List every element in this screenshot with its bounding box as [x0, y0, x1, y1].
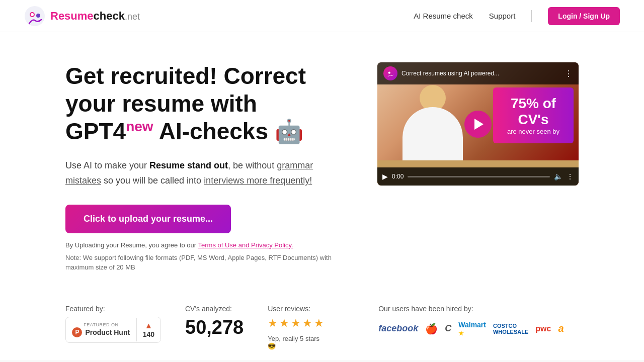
- star-4: ★: [302, 317, 312, 330]
- svg-point-0: [25, 6, 45, 26]
- featured-block: Featured by: FEATURED ON P Product Hunt …: [65, 305, 161, 343]
- ph-featured-text: FEATURED ON: [84, 322, 118, 327]
- play-triangle-icon: [474, 119, 484, 130]
- hero-subtitle: Use AI to make your Resume stand out, be…: [65, 158, 337, 189]
- interviews-link[interactable]: interviews more frequently!: [204, 175, 312, 186]
- costco-logo: COSTCOWHOLESALE: [493, 323, 528, 335]
- video-menu-icon[interactable]: ⋮: [565, 69, 573, 78]
- svg-point-3: [36, 14, 40, 18]
- pwc-logo: pwc: [535, 324, 551, 333]
- video-more-icon[interactable]: ⋮: [567, 172, 574, 180]
- video-time: 0:00: [392, 173, 404, 180]
- product-hunt-badge[interactable]: FEATURED ON P Product Hunt ▲ 140: [65, 317, 161, 343]
- company-logos: facebook 🍎 C Walmart ★ COSTCOWHOLESALE p…: [378, 321, 564, 337]
- star-5: ★: [314, 317, 324, 330]
- footer: [0, 360, 644, 362]
- video-avatar: [383, 66, 397, 80]
- logo-text: Resumecheck.net: [50, 10, 140, 23]
- subtitle-bold: Resume stand out: [149, 160, 228, 170]
- cv-block: CV's analyzed: 50,278: [185, 305, 244, 338]
- video-overlay-text: 75% of CV's are never seen by: [493, 87, 574, 143]
- video-volume-icon[interactable]: 🔈: [554, 172, 562, 180]
- hired-label: Our users have been hired by:: [378, 305, 564, 313]
- upload-button[interactable]: Click to upload your resume...: [65, 205, 231, 233]
- star-1: ★: [268, 317, 278, 330]
- cv-count: 50,278: [185, 317, 244, 338]
- svg-point-2: [31, 13, 34, 16]
- nav-ai-resume[interactable]: AI Resume check: [414, 12, 473, 20]
- logo: Resumecheck.net: [24, 6, 140, 27]
- heading-part2: AI-checks 🤖: [153, 118, 303, 144]
- hired-block: Our users have been hired by: facebook 🍎…: [378, 305, 564, 337]
- ph-left: FEATURED ON P Product Hunt: [66, 318, 137, 341]
- apple-logo: 🍎: [425, 323, 438, 335]
- video-controls: ▶ 0:00 🔈 ⋮: [377, 167, 579, 186]
- play-button[interactable]: [464, 111, 492, 138]
- ph-brand: P Product Hunt: [72, 327, 130, 337]
- ph-name: Product Hunt: [85, 328, 130, 336]
- ph-arrow-icon: ▲: [144, 321, 152, 330]
- reviews-label: User reviews:: [268, 305, 324, 313]
- featured-label: Featured by:: [65, 305, 161, 313]
- ph-count: 140: [143, 330, 154, 338]
- nav-divider: [531, 10, 532, 22]
- cv-label: CV's analyzed:: [185, 305, 244, 313]
- facebook-logo: facebook: [378, 323, 418, 334]
- terms-link[interactable]: Terms of Use and Privacy Policy.: [198, 241, 293, 249]
- video-top-left: Correct resumes using AI powered...: [383, 66, 499, 80]
- nav-support[interactable]: Support: [489, 12, 516, 20]
- right-column: 75% of CV's are never seen by Correct re…: [377, 62, 579, 186]
- subtitle-part3: so you will be called into: [101, 175, 204, 186]
- login-button[interactable]: Login / Sign Up: [548, 7, 620, 25]
- stats-row: Featured by: FEATURED ON P Product Hunt …: [0, 293, 644, 360]
- subtitle-part1: Use AI to make your: [65, 160, 149, 170]
- stars-row: ★ ★ ★ ★ ★: [268, 317, 324, 330]
- svg-point-4: [388, 72, 390, 74]
- ph-circle-icon: P: [72, 327, 82, 337]
- header: Resumecheck.net AI Resume check Support …: [0, 0, 644, 32]
- video-play-icon[interactable]: ▶: [382, 172, 388, 180]
- main-content: Get recruited! Correct your resume with …: [0, 32, 644, 293]
- amazon-logo: a: [558, 323, 564, 334]
- video-title: Correct resumes using AI powered...: [401, 70, 499, 77]
- c-logo: C: [445, 323, 451, 334]
- left-column: Get recruited! Correct your resume with …: [65, 62, 337, 273]
- star-3: ★: [291, 317, 301, 330]
- hero-heading: Get recruited! Correct your resume with …: [65, 62, 337, 146]
- terms-text: By Uploading your Resume, you agree to o…: [65, 241, 337, 249]
- ph-right: ▲ 140: [137, 317, 160, 342]
- video-player[interactable]: 75% of CV's are never seen by Correct re…: [377, 62, 579, 186]
- reviews-block: User reviews: ★ ★ ★ ★ ★ Yep, really 5 st…: [268, 305, 324, 350]
- logo-icon: [24, 6, 45, 27]
- main-nav: AI Resume check Support Login / Sign Up: [414, 7, 620, 25]
- video-top-bar: Correct resumes using AI powered... ⋮: [377, 62, 579, 84]
- video-progress-bar[interactable]: [408, 176, 550, 177]
- walmart-logo: Walmart ★: [458, 321, 486, 337]
- subtitle-part2: , be without: [228, 160, 277, 170]
- reviews-sub: Yep, really 5 stars 😎: [268, 335, 324, 350]
- star-2: ★: [279, 317, 289, 330]
- new-badge: new: [126, 119, 153, 134]
- upload-area: Click to upload your resume...: [65, 205, 337, 241]
- note-text: Note: We support following file formats …: [65, 253, 337, 273]
